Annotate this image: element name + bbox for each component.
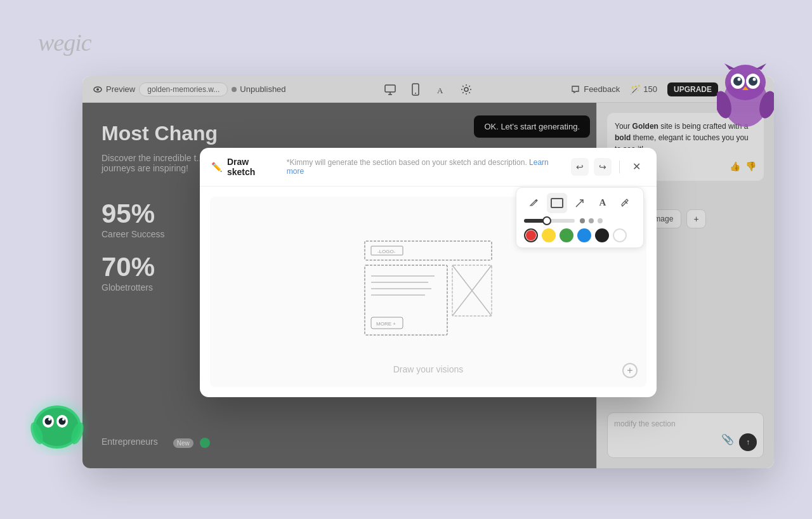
color-black[interactable] xyxy=(595,228,609,242)
close-button[interactable]: ✕ xyxy=(627,158,645,176)
color-green[interactable] xyxy=(560,228,573,242)
opacity-dot-1 xyxy=(580,218,585,223)
svg-point-10 xyxy=(753,78,756,81)
svg-text:-LOGO-: -LOGO- xyxy=(377,249,396,254)
redo-button[interactable]: ↪ xyxy=(594,158,612,176)
color-blue[interactable] xyxy=(577,228,591,242)
svg-point-21 xyxy=(48,418,51,421)
text-tool[interactable]: A xyxy=(593,193,613,213)
svg-text:wegic: wegic xyxy=(38,29,92,56)
sketch-icon: ✏️ xyxy=(211,162,222,172)
drawing-toolbar: A xyxy=(516,187,644,248)
stroke-weight-row xyxy=(524,218,636,223)
text-icon: A xyxy=(599,197,606,208)
stroke-slider[interactable] xyxy=(524,219,575,223)
arrow-tool[interactable] xyxy=(570,193,590,213)
svg-point-22 xyxy=(62,418,65,421)
eraser-tool[interactable] xyxy=(615,193,636,213)
color-red[interactable] xyxy=(524,228,538,242)
rect-icon xyxy=(551,198,563,208)
color-yellow[interactable] xyxy=(542,228,556,242)
svg-point-20 xyxy=(59,418,66,425)
pen-tool[interactable] xyxy=(524,193,544,213)
undo-button[interactable]: ↩ xyxy=(571,158,589,176)
svg-point-8 xyxy=(749,77,757,86)
rect-tool[interactable] xyxy=(547,193,567,213)
opacity-dot-3 xyxy=(598,218,603,223)
eraser-icon xyxy=(620,198,631,208)
arrow-icon xyxy=(575,198,585,208)
svg-text:MORE +: MORE + xyxy=(376,321,396,327)
canvas-add-button[interactable]: + xyxy=(622,363,638,378)
modal-header: ✏️ Draw sketch *Kimmy will generate the … xyxy=(200,148,657,187)
modal-subtitle-text: *Kimmy will generate the section based o… xyxy=(287,158,566,176)
opacity-dot-2 xyxy=(589,218,594,223)
browser-window: Preview golden-memories.w... Unpublished xyxy=(82,76,774,468)
svg-point-9 xyxy=(738,78,741,81)
opacity-dots xyxy=(580,218,603,223)
svg-point-7 xyxy=(733,77,742,86)
modal-overlay: ✏️ Draw sketch *Kimmy will generate the … xyxy=(82,76,774,468)
svg-marker-3 xyxy=(724,63,735,70)
svg-point-19 xyxy=(45,418,52,425)
sketch-drawing: -LOGO- MORE + xyxy=(358,235,498,349)
svg-line-35 xyxy=(576,200,583,207)
draw-sketch-modal: ✏️ Draw sketch *Kimmy will generate the … xyxy=(200,148,657,397)
owl-mascot xyxy=(717,63,774,127)
wegic-logo: wegic xyxy=(38,25,114,63)
slider-thumb xyxy=(542,216,551,225)
modal-header-controls: ↩ ↪ ✕ xyxy=(571,158,645,176)
modal-title: Draw sketch xyxy=(227,157,279,177)
pen-icon xyxy=(529,198,539,208)
color-swatches xyxy=(524,228,636,242)
blob-mascot xyxy=(25,392,89,456)
header-divider xyxy=(619,161,620,173)
canvas-placeholder: Draw your visions xyxy=(393,364,463,374)
color-white[interactable] xyxy=(613,228,627,242)
tools-row: A xyxy=(524,193,636,213)
svg-marker-4 xyxy=(756,63,766,70)
